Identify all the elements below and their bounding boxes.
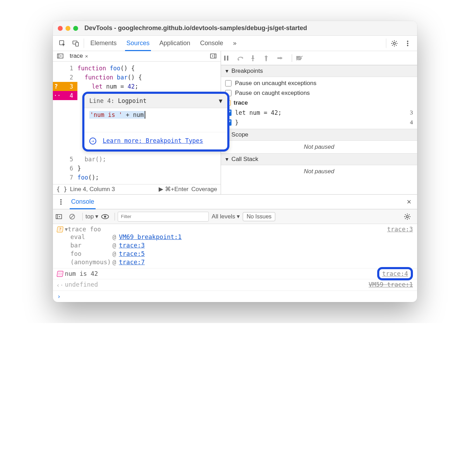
console-return-entry: ‹· undefined VM59 trace:1 bbox=[53, 279, 417, 290]
drawer-menu-icon[interactable] bbox=[55, 195, 67, 209]
navigator-toggle-icon[interactable] bbox=[54, 54, 66, 58]
issues-button[interactable]: No Issues bbox=[243, 212, 275, 221]
sources-pane: trace × 1 2 3 4 5 6 7 function foo( bbox=[53, 51, 221, 194]
step-out-icon[interactable] bbox=[264, 55, 275, 61]
stack-frame[interactable]: bar@trace:3 bbox=[70, 241, 387, 250]
file-tab-label: trace bbox=[70, 52, 83, 59]
pause-uncaught-toggle[interactable]: Pause on uncaught exceptions bbox=[221, 78, 417, 88]
learn-more-link[interactable]: Learn more: Breakpoint Types bbox=[103, 137, 203, 144]
tab-sources[interactable]: Sources bbox=[122, 36, 154, 51]
zoom-window-button[interactable] bbox=[73, 26, 78, 31]
svg-line-24 bbox=[70, 215, 74, 218]
svg-point-3 bbox=[393, 42, 395, 44]
cursor-position: Line 4, Column 3 bbox=[70, 186, 115, 193]
editor-footer: { } Line 4, Column 3 ▶ ⌘+Enter Coverage bbox=[53, 184, 221, 195]
svg-point-5 bbox=[407, 43, 408, 44]
main-split: trace × 1 2 3 4 5 6 7 function foo( bbox=[53, 51, 417, 195]
tabs-overflow[interactable]: » bbox=[228, 36, 241, 51]
line-number[interactable]: 5 bbox=[53, 155, 77, 164]
return-value: undefined bbox=[65, 281, 369, 288]
drawer-tabstrip: Console × bbox=[53, 195, 417, 209]
return-arrow-icon: ‹· bbox=[55, 281, 65, 289]
console-settings-icon[interactable] bbox=[404, 213, 414, 220]
debugger-toggle-icon[interactable] bbox=[207, 54, 219, 58]
clear-console-icon[interactable] bbox=[69, 214, 80, 220]
svg-rect-14 bbox=[265, 57, 267, 60]
svg-rect-2 bbox=[76, 42, 78, 46]
console-trace-group[interactable]: ? ▼trace foo eval@VM69 breakpoint:1 bar@… bbox=[53, 224, 417, 268]
source-link: trace:5 bbox=[119, 250, 145, 257]
minimize-window-button[interactable] bbox=[65, 26, 70, 31]
breakpoint-edit-popup: Line 4: Logpoint ▼ 'num is ' + num → Lea… bbox=[82, 92, 229, 152]
source-link: trace:7 bbox=[119, 259, 145, 266]
source-link-highlighted[interactable]: trace:4 bbox=[377, 267, 413, 280]
close-window-button[interactable] bbox=[58, 26, 63, 31]
breakpoint-entry[interactable]: }4 bbox=[221, 118, 417, 127]
pretty-print-button[interactable]: { } bbox=[56, 186, 67, 193]
dropdown-icon[interactable]: ▼ bbox=[219, 97, 222, 104]
coverage-label[interactable]: Coverage bbox=[191, 186, 217, 193]
svg-point-20 bbox=[60, 201, 62, 203]
source-link: trace:3 bbox=[119, 242, 145, 249]
file-tab-bar: trace × bbox=[53, 51, 221, 62]
line-gutter[interactable]: 1 2 3 4 5 6 7 bbox=[53, 62, 77, 184]
scope-not-paused: Not paused bbox=[221, 141, 417, 153]
window-title: DevTools - googlechrome.github.io/devtoo… bbox=[84, 24, 307, 32]
device-toggle-icon[interactable] bbox=[69, 36, 82, 51]
devtools-window: DevTools - googlechrome.github.io/devtoo… bbox=[53, 21, 417, 302]
console-filter-input[interactable] bbox=[118, 212, 209, 222]
svg-rect-9 bbox=[224, 56, 226, 61]
logpoint-expression-input[interactable]: 'num is ' + num bbox=[84, 108, 227, 121]
close-tab-icon[interactable]: × bbox=[85, 53, 88, 59]
step-icon[interactable] bbox=[277, 56, 288, 60]
svg-point-15 bbox=[265, 60, 267, 61]
step-over-icon[interactable] bbox=[237, 55, 248, 61]
breakpoint-line-conditional[interactable]: 3 bbox=[53, 82, 77, 91]
svg-point-4 bbox=[407, 41, 408, 42]
breakpoint-type-select[interactable]: Logpoint bbox=[118, 97, 219, 104]
tab-application[interactable]: Application bbox=[154, 36, 195, 51]
line-number[interactable]: 7 bbox=[53, 173, 77, 182]
settings-icon[interactable] bbox=[388, 36, 401, 51]
line-number[interactable]: 6 bbox=[53, 164, 77, 173]
breakpoint-file[interactable]: trace bbox=[221, 98, 417, 108]
breakpoint-entry[interactable]: let num = 42;3 bbox=[221, 108, 417, 118]
live-expression-icon[interactable] bbox=[101, 214, 112, 219]
step-into-icon[interactable] bbox=[250, 55, 262, 61]
log-message: num is 42 bbox=[65, 270, 377, 277]
breakpoint-line-logpoint[interactable]: 4 bbox=[53, 91, 77, 100]
source-link[interactable]: VM59 trace:1 bbox=[369, 281, 413, 288]
breakpoints-section-header[interactable]: ▼Breakpoints bbox=[221, 65, 417, 77]
tab-console[interactable]: Console bbox=[195, 36, 228, 51]
conditional-breakpoint-icon: ? bbox=[56, 226, 63, 232]
file-tab-trace[interactable]: trace × bbox=[66, 51, 92, 61]
source-link: VM69 breakpoint:1 bbox=[119, 233, 182, 240]
console-prompt[interactable]: › bbox=[53, 290, 417, 302]
code-editor[interactable]: 1 2 3 4 5 6 7 function foo() { function … bbox=[53, 62, 221, 184]
console-output: ? ▼trace foo eval@VM69 breakpoint:1 bar@… bbox=[53, 224, 417, 302]
deactivate-breakpoints-icon[interactable] bbox=[296, 55, 307, 61]
inspect-icon[interactable] bbox=[56, 36, 69, 51]
console-toolbar: top ▾ All levels ▾ No Issues bbox=[53, 209, 417, 224]
callstack-section-header[interactable]: ▼Call Stack bbox=[221, 153, 417, 165]
drawer-tab-console[interactable]: Console bbox=[67, 195, 98, 209]
console-sidebar-toggle-icon[interactable] bbox=[56, 214, 66, 219]
close-drawer-icon[interactable]: × bbox=[403, 195, 415, 209]
svg-point-21 bbox=[60, 203, 62, 205]
more-menu-icon[interactable] bbox=[401, 36, 414, 51]
scope-section-header[interactable]: ▼Scope bbox=[221, 129, 417, 141]
source-link[interactable]: trace:3 bbox=[387, 226, 413, 233]
debugger-pane: ▼Breakpoints Pause on uncaught exception… bbox=[221, 51, 417, 194]
pause-icon[interactable] bbox=[224, 55, 235, 61]
line-number[interactable]: 2 bbox=[53, 73, 77, 82]
context-selector[interactable]: top ▾ bbox=[85, 213, 98, 220]
svg-rect-12 bbox=[252, 55, 254, 58]
stack-frame[interactable]: (anonymous)@trace:7 bbox=[70, 258, 387, 266]
line-number[interactable]: 1 bbox=[53, 64, 77, 73]
tab-elements[interactable]: Elements bbox=[85, 36, 122, 51]
log-levels-selector[interactable]: All levels ▾ bbox=[212, 213, 240, 220]
stack-frame[interactable]: foo@trace:5 bbox=[70, 250, 387, 258]
pause-caught-toggle[interactable]: Pause on caught exceptions bbox=[221, 88, 417, 98]
console-log-entry: ·· num is 42 trace:4 bbox=[53, 268, 417, 279]
stack-frame[interactable]: eval@VM69 breakpoint:1 bbox=[70, 233, 387, 241]
